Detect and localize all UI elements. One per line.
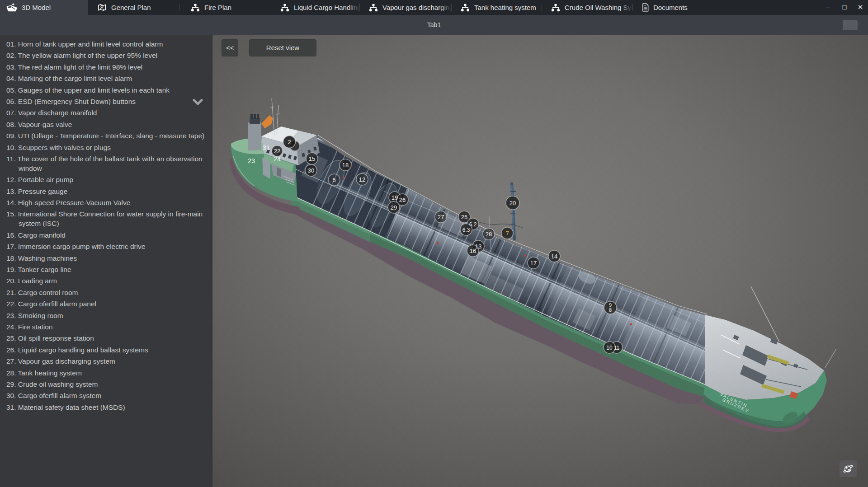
svg-text:5: 5	[332, 177, 335, 183]
svg-text:7: 7	[505, 230, 509, 237]
svg-text:20: 20	[509, 200, 516, 206]
svg-text:28: 28	[486, 231, 492, 238]
svg-text:30: 30	[308, 167, 314, 174]
svg-text:6.2: 6.2	[469, 221, 477, 228]
svg-text:2: 2	[288, 139, 291, 145]
svg-text:17: 17	[530, 260, 537, 267]
svg-text:16: 16	[470, 248, 476, 254]
svg-text:23: 23	[248, 157, 255, 164]
svg-text:25: 25	[461, 214, 467, 220]
svg-text:12: 12	[359, 176, 365, 183]
svg-text:22: 22	[274, 148, 280, 155]
svg-text:11: 11	[614, 345, 620, 351]
svg-text:27: 27	[438, 214, 444, 220]
svg-text:15: 15	[309, 155, 315, 162]
svg-text:18: 18	[342, 162, 349, 169]
svg-text:8: 8	[609, 307, 612, 313]
svg-text:26: 26	[399, 197, 406, 203]
svg-text:6.3: 6.3	[462, 227, 470, 233]
svg-text:29: 29	[391, 204, 397, 211]
svg-text:14: 14	[551, 253, 557, 260]
svg-text:31: 31	[263, 144, 270, 151]
svg-text:19: 19	[392, 194, 398, 201]
svg-text:24: 24	[274, 155, 281, 163]
svg-text:10: 10	[606, 345, 613, 351]
